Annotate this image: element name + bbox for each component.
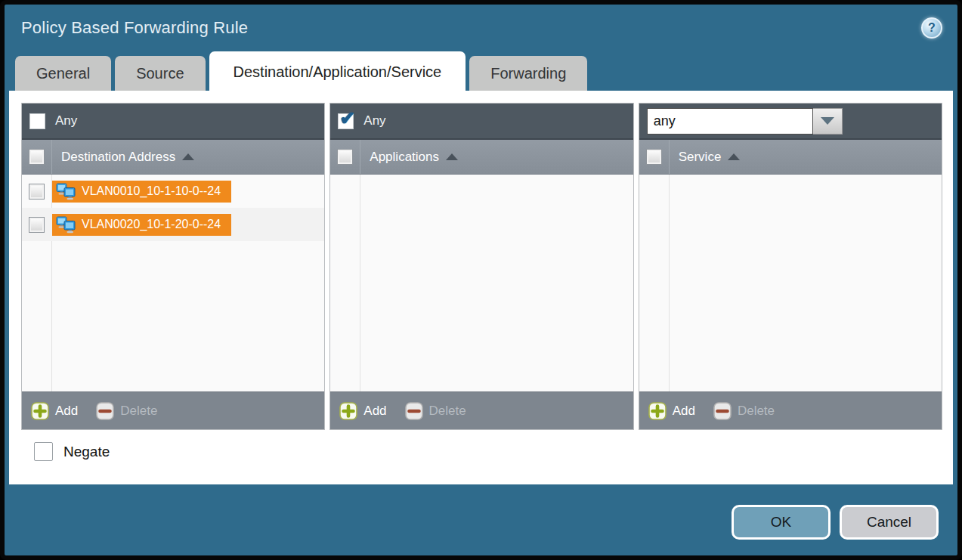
checkbox-column-divider	[669, 175, 670, 391]
destination-list: VLAN0010_10-1-10-0--24 VLAN0020_10-1-20-…	[22, 175, 324, 391]
service-panel: Service Add	[639, 103, 942, 430]
delete-label: Delete	[120, 404, 157, 419]
pbf-rule-dialog: Policy Based Forwarding Rule ? General S…	[0, 0, 962, 560]
applications-list	[330, 175, 633, 391]
delete-button[interactable]: Delete	[405, 402, 466, 420]
row-checkbox[interactable]	[29, 184, 45, 200]
add-label: Add	[55, 404, 78, 419]
delete-minus-icon	[96, 402, 114, 420]
add-button[interactable]: Add	[31, 402, 78, 420]
address-object-chip[interactable]: VLAN0020_10-1-20-0--24	[52, 214, 231, 236]
negate-checkbox[interactable]	[34, 442, 53, 461]
applications-any-checkbox[interactable]: ✔	[338, 113, 354, 129]
service-header-label: Service	[679, 150, 722, 165]
applications-header-label: Applications	[370, 150, 439, 165]
dialog-footer: OK Cancel	[5, 484, 957, 555]
applications-column-header[interactable]: Applications	[330, 140, 633, 175]
destination-any-checkbox[interactable]	[29, 113, 45, 129]
service-list	[639, 175, 942, 391]
tab-forwarding[interactable]: Forwarding	[469, 56, 587, 91]
network-address-icon	[56, 216, 76, 234]
checkmark-icon: ✔	[339, 109, 355, 128]
delete-button[interactable]: Delete	[96, 402, 157, 420]
address-object-label: VLAN0020_10-1-20-0--24	[82, 218, 221, 231]
sort-asc-icon	[728, 153, 740, 160]
tab-bar: General Source Destination/Application/S…	[5, 51, 957, 91]
applications-any-label: Any	[363, 113, 385, 128]
network-address-icon	[56, 183, 76, 200]
destination-select-all-checkbox[interactable]	[29, 149, 45, 165]
question-mark-glyph: ?	[928, 21, 936, 35]
cancel-button[interactable]: Cancel	[840, 505, 939, 540]
tab-content: Any Destination Address	[9, 91, 953, 484]
checkbox-column-divider	[360, 175, 360, 391]
service-select-all-checkbox[interactable]	[646, 149, 662, 165]
destination-header-label: Destination Address	[61, 150, 175, 165]
chevron-down-icon	[821, 117, 834, 125]
sort-asc-icon	[182, 153, 194, 160]
service-toolbar: Add Delete	[639, 391, 942, 429]
tab-source[interactable]: Source	[115, 56, 205, 91]
row-checkbox[interactable]	[29, 217, 45, 233]
service-dropdown-value[interactable]	[647, 108, 813, 135]
destination-toolbar: Add Delete	[22, 391, 324, 429]
tab-destination-application-service[interactable]: Destination/Application/Service	[209, 51, 466, 91]
help-icon[interactable]: ?	[921, 17, 942, 39]
delete-button[interactable]: Delete	[713, 402, 775, 420]
dropdown-arrow-button[interactable]	[813, 108, 843, 135]
add-plus-icon	[339, 402, 357, 420]
destination-any-label: Any	[55, 113, 77, 128]
dialog-titlebar: Policy Based Forwarding Rule ?	[5, 5, 957, 51]
add-plus-icon	[31, 402, 49, 420]
applications-toolbar: Add Delete	[330, 391, 633, 429]
add-label: Add	[673, 404, 695, 419]
delete-label: Delete	[429, 404, 466, 419]
service-column-header[interactable]: Service	[639, 140, 942, 175]
service-dropdown	[647, 108, 843, 135]
sort-asc-icon	[446, 153, 458, 160]
destination-any-header: Any	[22, 104, 324, 140]
destination-address-panel: Any Destination Address	[21, 103, 325, 430]
applications-any-header: ✔ Any	[330, 104, 633, 140]
delete-minus-icon	[713, 402, 732, 420]
table-row[interactable]: VLAN0010_10-1-10-0--24	[22, 175, 324, 208]
add-button[interactable]: Add	[339, 402, 386, 420]
table-row[interactable]: VLAN0020_10-1-20-0--24	[22, 208, 324, 241]
delete-minus-icon	[405, 402, 423, 420]
applications-select-all-checkbox[interactable]	[337, 149, 353, 165]
destination-column-header[interactable]: Destination Address	[22, 140, 324, 175]
tab-general[interactable]: General	[15, 56, 111, 91]
address-object-label: VLAN0010_10-1-10-0--24	[82, 184, 221, 198]
applications-panel: ✔ Any Applications	[329, 103, 633, 430]
ok-button[interactable]: OK	[732, 505, 831, 540]
add-plus-icon	[648, 402, 667, 420]
negate-row: Negate	[34, 442, 942, 461]
delete-label: Delete	[738, 404, 775, 419]
columns-container: Any Destination Address	[21, 103, 942, 430]
add-label: Add	[363, 404, 386, 419]
add-button[interactable]: Add	[648, 402, 695, 420]
dialog-title: Policy Based Forwarding Rule	[21, 18, 921, 38]
negate-label: Negate	[63, 444, 110, 460]
service-dropdown-header	[639, 104, 942, 140]
address-object-chip[interactable]: VLAN0010_10-1-10-0--24	[52, 181, 231, 203]
